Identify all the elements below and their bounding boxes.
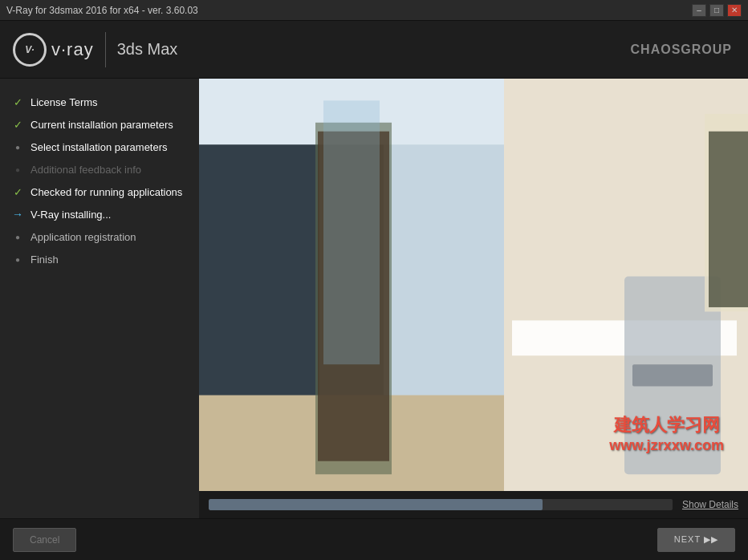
- render-image: 建筑人学习网 www.jzrxxw.com: [199, 79, 748, 518]
- sidebar-label-installing: V-Ray installing...: [30, 209, 111, 221]
- header-divider: [105, 32, 106, 67]
- title-bar: V-Ray for 3dsmax 2016 for x64 - ver. 3.6…: [0, 0, 748, 21]
- sidebar-label-current-params: Current installation parameters: [30, 119, 173, 131]
- sidebar: ✓ License Terms ✓ Current installation p…: [0, 79, 199, 518]
- sidebar-label-check-apps: Checked for running applications: [30, 186, 182, 198]
- sidebar-item-select-params: ● Select installation parameters: [0, 136, 199, 157]
- sidebar-label-license: License Terms: [30, 96, 98, 108]
- sidebar-label-feedback: Additional feedback info: [30, 164, 141, 176]
- title-controls: – □ ✕: [692, 4, 742, 17]
- vray-text: v·ray: [51, 39, 94, 60]
- sidebar-item-feedback: ● Additional feedback info: [0, 159, 199, 180]
- dot-icon: ●: [11, 140, 24, 153]
- progress-bar-container: [209, 499, 673, 510]
- dot-icon: ●: [11, 230, 24, 243]
- maximize-button[interactable]: □: [709, 4, 724, 17]
- vray-circle-icon: V·: [13, 33, 47, 67]
- sidebar-label-registration: Application registration: [30, 231, 136, 243]
- check-icon: ✓: [11, 185, 24, 198]
- vray-logo: V· v·ray: [13, 33, 94, 67]
- sidebar-item-check-apps: ✓ Checked for running applications: [0, 181, 199, 202]
- svg-rect-10: [632, 364, 713, 386]
- progress-bar-fill: [209, 499, 543, 510]
- title-text: V-Ray for 3dsmax 2016 for x64 - ver. 3.6…: [6, 5, 198, 16]
- sidebar-item-registration: ● Application registration: [0, 226, 199, 247]
- progress-area: Show Details: [199, 491, 748, 518]
- sidebar-label-select-params: Select installation parameters: [30, 141, 168, 153]
- chaos-logo: CHAOSGROUP: [631, 43, 732, 57]
- header: V· v·ray 3ds Max CHAOSGROUP: [0, 21, 748, 79]
- dot-icon: ●: [11, 253, 24, 266]
- content-area: ✓ License Terms ✓ Current installation p…: [0, 79, 748, 518]
- minimize-button[interactable]: –: [692, 4, 706, 17]
- watermark: 建筑人学习网 www.jzrxxw.com: [609, 413, 724, 454]
- check-icon: ✓: [11, 95, 24, 108]
- bottom-bar: Cancel NEXT ▶▶: [0, 518, 748, 560]
- image-area: 建筑人学习网 www.jzrxxw.com Show Details: [199, 79, 748, 518]
- svg-rect-12: [709, 132, 748, 307]
- sidebar-item-finish: ● Finish: [0, 249, 199, 270]
- check-icon: ✓: [11, 118, 24, 131]
- main-container: V· v·ray 3ds Max CHAOSGROUP ✓ License Te…: [0, 21, 748, 560]
- product-name: 3ds Max: [117, 40, 178, 59]
- arrow-icon: →: [11, 208, 24, 221]
- logo-area: V· v·ray 3ds Max: [13, 32, 177, 67]
- sidebar-item-installing: → V-Ray installing...: [0, 204, 199, 225]
- sidebar-label-finish: Finish: [30, 254, 59, 266]
- svg-rect-14: [323, 100, 380, 364]
- show-details-button[interactable]: Show Details: [682, 499, 738, 510]
- watermark-cn-text: 建筑人学习网: [609, 413, 724, 437]
- close-button[interactable]: ✕: [727, 4, 742, 17]
- next-button[interactable]: NEXT ▶▶: [657, 528, 735, 552]
- sidebar-item-license: ✓ License Terms: [0, 91, 199, 112]
- cancel-button[interactable]: Cancel: [13, 528, 76, 552]
- sidebar-item-current-params: ✓ Current installation parameters: [0, 114, 199, 135]
- watermark-url-text: www.jzrxxw.com: [609, 437, 724, 454]
- dot-dim-icon: ●: [11, 163, 24, 176]
